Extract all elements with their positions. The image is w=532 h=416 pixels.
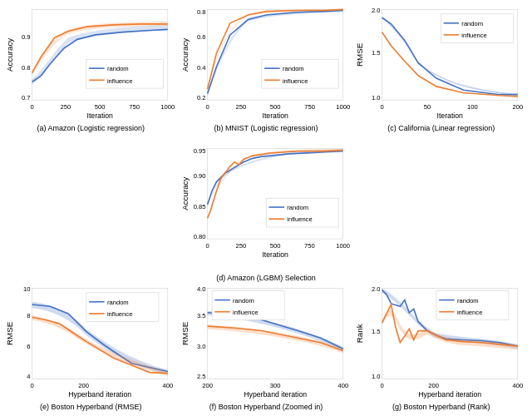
- svg-text:0.90: 0.90: [193, 173, 205, 181]
- chart-f-title: (f) Boston Hyperband (Zoomed in): [209, 403, 323, 411]
- chart-e: RMSE 4 6 8 10 0 200 400 Hyperband iterat…: [5, 284, 177, 401]
- svg-text:0.9: 0.9: [22, 33, 31, 41]
- svg-text:4.0: 4.0: [197, 285, 206, 292]
- svg-text:0.2: 0.2: [197, 94, 206, 102]
- svg-text:0.7: 0.7: [22, 94, 31, 102]
- chart-g-cell: Rank 1.0 1.5 2.0 0 200 400 Hyperband ite…: [353, 282, 529, 413]
- main-container: Accuracy 0.7 0.8 0.9 0 250 500 750 1000 …: [0, 0, 532, 416]
- svg-text:400: 400: [337, 382, 348, 389]
- chart-g: Rank 1.0 1.5 2.0 0 200 400 Hyperband ite…: [355, 284, 527, 401]
- svg-text:Accuracy: Accuracy: [180, 38, 190, 72]
- chart-b-cell: Accuracy 0.2 0.4 0.6 0.8 0 250 500 750 1…: [179, 3, 354, 134]
- svg-text:Hyperband iteration: Hyperband iteration: [68, 390, 131, 399]
- svg-text:influence: influence: [287, 216, 312, 224]
- svg-text:Hyperband iteration: Hyperband iteration: [244, 390, 307, 399]
- svg-text:200: 200: [202, 382, 213, 389]
- svg-text:250: 250: [235, 242, 246, 250]
- chart-a-xlabel: Iteration: [87, 111, 114, 120]
- svg-text:Hyperband iteration: Hyperband iteration: [419, 390, 482, 399]
- chart-g-title: (g) Boston Hyperband (Rank): [392, 403, 490, 411]
- svg-text:RMSE: RMSE: [180, 321, 190, 345]
- svg-text:50: 50: [424, 103, 431, 111]
- svg-text:0.8: 0.8: [197, 8, 206, 16]
- chart-c-cell: RMSE 1.0 1.5 2.0 0 50 100 200 Iteration …: [353, 3, 529, 134]
- svg-text:1.5: 1.5: [372, 49, 381, 57]
- svg-text:500: 500: [270, 242, 281, 250]
- svg-text:4: 4: [27, 373, 31, 380]
- svg-text:6: 6: [27, 343, 30, 350]
- svg-text:0.8: 0.8: [22, 64, 31, 72]
- chart-d-title: (d) Amazon (LGBM) Selection: [216, 274, 316, 282]
- svg-text:750: 750: [129, 103, 140, 111]
- svg-text:400: 400: [513, 382, 524, 389]
- svg-text:Accuracy: Accuracy: [180, 177, 190, 210]
- svg-text:300: 300: [270, 382, 281, 389]
- svg-text:influence: influence: [457, 309, 482, 316]
- svg-text:100: 100: [467, 103, 478, 111]
- svg-text:0: 0: [205, 242, 209, 250]
- svg-text:2.0: 2.0: [372, 7, 381, 14]
- svg-text:random: random: [462, 20, 484, 27]
- middle-row: Accuracy 0.80 0.85 0.90 0.95 0 250 500 7…: [3, 134, 529, 281]
- svg-text:0: 0: [381, 382, 384, 389]
- svg-text:0.6: 0.6: [197, 33, 206, 41]
- svg-text:RMSE: RMSE: [355, 42, 364, 67]
- chart-d: Accuracy 0.80 0.85 0.90 0.95 0 250 500 7…: [180, 134, 352, 271]
- svg-text:0: 0: [31, 382, 34, 389]
- svg-text:random: random: [457, 296, 479, 304]
- svg-text:3.5: 3.5: [197, 312, 206, 319]
- chart-d-cell: Accuracy 0.80 0.85 0.90 0.95 0 250 500 7…: [180, 134, 352, 281]
- svg-text:influence: influence: [107, 310, 132, 318]
- svg-text:random: random: [107, 299, 129, 306]
- svg-text:influence: influence: [283, 77, 308, 85]
- svg-text:RMSE: RMSE: [5, 321, 14, 345]
- svg-text:500: 500: [270, 103, 281, 111]
- svg-text:200: 200: [513, 103, 524, 111]
- svg-text:10: 10: [23, 285, 30, 292]
- svg-text:0: 0: [205, 103, 209, 111]
- svg-text:influence: influence: [107, 77, 132, 85]
- svg-text:8: 8: [27, 312, 30, 319]
- svg-text:1000: 1000: [336, 242, 350, 250]
- chart-a-title: (a) Amazon (Logistic regression): [37, 124, 145, 132]
- chart-f-cell: RMSE 2.5 3.0 3.5 4.0 200 300 400 Hyperba…: [179, 282, 354, 413]
- chart-c: RMSE 1.0 1.5 2.0 0 50 100 200 Iteration …: [355, 5, 527, 122]
- bottom-row: RMSE 4 6 8 10 0 200 400 Hyperband iterat…: [3, 282, 529, 413]
- svg-text:random: random: [283, 65, 304, 72]
- svg-text:250: 250: [61, 103, 71, 111]
- svg-text:750: 750: [304, 242, 315, 250]
- chart-a-ylabel: Accuracy: [5, 38, 14, 72]
- svg-text:random: random: [107, 65, 129, 72]
- chart-b-title: (b) MNIST (Logistic regression): [214, 124, 318, 132]
- svg-text:0.4: 0.4: [197, 64, 206, 72]
- spacer-right: [352, 134, 529, 281]
- svg-text:0: 0: [381, 103, 384, 111]
- svg-text:0: 0: [31, 103, 34, 111]
- chart-b: Accuracy 0.2 0.4 0.6 0.8 0 250 500 750 1…: [180, 5, 352, 122]
- top-row: Accuracy 0.7 0.8 0.9 0 250 500 750 1000 …: [3, 3, 529, 134]
- svg-text:random: random: [233, 296, 254, 304]
- svg-text:0.85: 0.85: [193, 204, 205, 211]
- svg-text:influence: influence: [462, 32, 487, 39]
- svg-text:1.0: 1.0: [372, 94, 381, 102]
- chart-a: Accuracy 0.7 0.8 0.9 0 250 500 750 1000 …: [5, 5, 177, 122]
- svg-text:Iteration: Iteration: [262, 250, 288, 259]
- svg-text:400: 400: [162, 382, 173, 389]
- svg-text:2.0: 2.0: [372, 285, 381, 292]
- svg-text:1000: 1000: [160, 103, 175, 111]
- svg-text:1.5: 1.5: [372, 327, 381, 334]
- svg-text:0.95: 0.95: [193, 147, 205, 155]
- svg-text:random: random: [287, 205, 308, 212]
- svg-text:Iteration: Iteration: [437, 111, 464, 120]
- svg-text:250: 250: [235, 103, 246, 111]
- chart-c-title: (c) California (Linear regression): [387, 124, 495, 132]
- svg-text:1.0: 1.0: [372, 373, 381, 380]
- chart-e-cell: RMSE 4 6 8 10 0 200 400 Hyperband iterat…: [3, 282, 179, 413]
- svg-text:200: 200: [429, 382, 440, 389]
- chart-a-cell: Accuracy 0.7 0.8 0.9 0 250 500 750 1000 …: [3, 3, 179, 134]
- svg-text:500: 500: [95, 103, 106, 111]
- svg-text:1000: 1000: [336, 103, 350, 111]
- svg-text:3.0: 3.0: [197, 343, 206, 350]
- svg-text:0.80: 0.80: [193, 233, 205, 240]
- spacer-left: [3, 134, 180, 281]
